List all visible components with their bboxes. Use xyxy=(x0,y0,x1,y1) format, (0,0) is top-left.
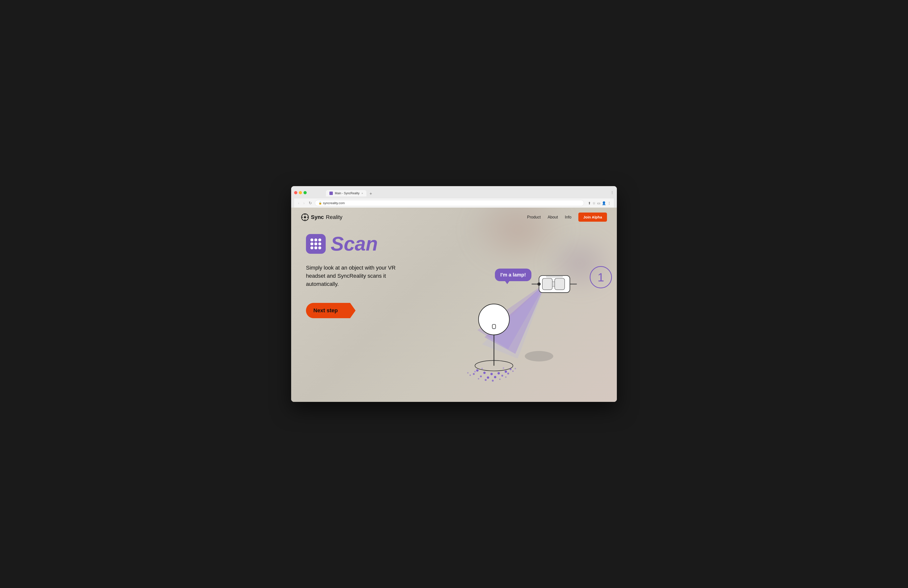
tab-close-icon[interactable]: × xyxy=(361,192,363,195)
scan-title: Scan xyxy=(331,234,378,254)
illustration-area: 1 I'm a lamp! xyxy=(410,264,602,387)
grid-icon xyxy=(311,238,321,249)
traffic-lights xyxy=(294,191,307,194)
svg-point-11 xyxy=(476,369,479,372)
logo-text-reality: Reality xyxy=(326,214,343,221)
maximize-button-tl[interactable] xyxy=(303,191,307,194)
svg-point-14 xyxy=(497,372,500,374)
description-text: Simply look at an object with your VR he… xyxy=(306,264,400,288)
new-tab-button[interactable]: + xyxy=(367,191,374,197)
speech-bubble: I'm a lamp! xyxy=(495,269,531,281)
logo-icon xyxy=(301,213,309,221)
svg-point-1 xyxy=(304,216,306,218)
svg-point-18 xyxy=(480,375,482,377)
main-content: Scan Simply look at an object with your … xyxy=(291,227,617,402)
nav-links: Product About Info Join Alpha xyxy=(527,213,607,222)
next-step-wrapper: Next step xyxy=(306,303,350,318)
svg-point-12 xyxy=(483,372,486,374)
svg-point-26 xyxy=(485,379,486,381)
active-tab[interactable]: Main - SyncReality × xyxy=(326,190,366,197)
refresh-button[interactable]: ↻ xyxy=(307,200,313,206)
browser-chrome: Main - SyncReality × + ⋮ ‹ › ↻ 🔒 syncrea… xyxy=(291,186,617,208)
grid-dot xyxy=(318,246,321,249)
svg-point-28 xyxy=(499,379,501,380)
svg-rect-41 xyxy=(546,276,563,277)
forward-button[interactable]: › xyxy=(302,200,306,206)
profile-icon[interactable]: 👤 xyxy=(602,201,606,205)
svg-point-5 xyxy=(525,351,553,361)
nav-link-info[interactable]: Info xyxy=(565,215,572,219)
close-button-tl[interactable] xyxy=(294,191,297,194)
lock-icon: 🔒 xyxy=(319,201,322,205)
grid-dot xyxy=(311,238,313,242)
svg-point-17 xyxy=(473,373,475,375)
url-display: syncreality.com xyxy=(323,201,345,205)
logo-link[interactable]: SyncReality xyxy=(301,213,343,221)
minimize-button-tl[interactable] xyxy=(299,191,302,194)
svg-point-25 xyxy=(478,378,480,379)
svg-point-20 xyxy=(494,376,496,379)
grid-dot xyxy=(318,238,321,242)
svg-point-22 xyxy=(507,372,509,374)
svg-rect-37 xyxy=(555,279,565,290)
share-icon[interactable]: ⬆ xyxy=(588,201,591,205)
svg-point-31 xyxy=(515,368,516,369)
svg-point-33 xyxy=(481,368,483,369)
svg-point-42 xyxy=(538,283,541,286)
tab-favicon xyxy=(329,192,333,195)
browser-menu-button[interactable]: ⋮ xyxy=(610,190,614,195)
svg-point-32 xyxy=(467,372,468,374)
svg-point-30 xyxy=(474,371,476,372)
svg-point-21 xyxy=(501,375,503,377)
bookmark-icon[interactable]: ☆ xyxy=(592,201,596,205)
grid-dot xyxy=(318,242,321,245)
svg-point-19 xyxy=(487,377,489,379)
nav-link-about[interactable]: About xyxy=(547,215,558,219)
svg-point-34 xyxy=(503,367,504,369)
left-content: Simply look at an object with your VR he… xyxy=(306,264,400,318)
tab-title: Main - SyncReality xyxy=(335,192,359,195)
svg-rect-38 xyxy=(552,282,555,286)
address-bar[interactable]: 🔒 syncreality.com xyxy=(315,200,584,206)
site-nav: SyncReality Product About Info Join Alph… xyxy=(291,208,617,227)
svg-point-29 xyxy=(505,377,507,378)
svg-point-24 xyxy=(512,371,514,372)
browser-controls: Main - SyncReality × + ⋮ xyxy=(294,188,614,197)
logo-text-sync: Sync xyxy=(311,214,324,221)
grid-dot xyxy=(311,242,313,245)
svg-rect-10 xyxy=(492,324,496,329)
back-button[interactable]: ‹ xyxy=(297,200,300,206)
scan-header: Scan xyxy=(306,234,602,254)
grid-dot xyxy=(314,242,317,245)
svg-point-15 xyxy=(505,371,507,373)
grid-dot xyxy=(314,246,317,249)
tab-bar: Main - SyncReality × + xyxy=(326,190,374,197)
grid-dot xyxy=(311,246,313,249)
extensions-icon[interactable]: ⋮ xyxy=(607,201,611,205)
website-content: SyncReality Product About Info Join Alph… xyxy=(291,208,617,402)
browser-window: Main - SyncReality × + ⋮ ‹ › ↻ 🔒 syncrea… xyxy=(291,186,617,402)
svg-point-13 xyxy=(491,373,493,375)
join-alpha-button[interactable]: Join Alpha xyxy=(578,213,607,222)
next-step-button[interactable]: Next step xyxy=(306,303,350,318)
svg-point-23 xyxy=(470,374,471,376)
svg-point-9 xyxy=(478,304,509,335)
svg-rect-36 xyxy=(543,279,552,290)
svg-point-16 xyxy=(510,368,512,370)
nav-link-product[interactable]: Product xyxy=(527,215,541,219)
svg-point-27 xyxy=(492,380,494,382)
grid-dot xyxy=(314,238,317,242)
address-bar-row: ‹ › ↻ 🔒 syncreality.com ⬆ ☆ ▭ 👤 ⋮ xyxy=(294,198,614,208)
sidebar-icon[interactable]: ▭ xyxy=(597,201,601,205)
browser-toolbar-actions: ⬆ ☆ ▭ 👤 ⋮ xyxy=(588,201,611,205)
scan-icon-background xyxy=(306,234,326,254)
content-row: Simply look at an object with your VR he… xyxy=(306,264,602,387)
